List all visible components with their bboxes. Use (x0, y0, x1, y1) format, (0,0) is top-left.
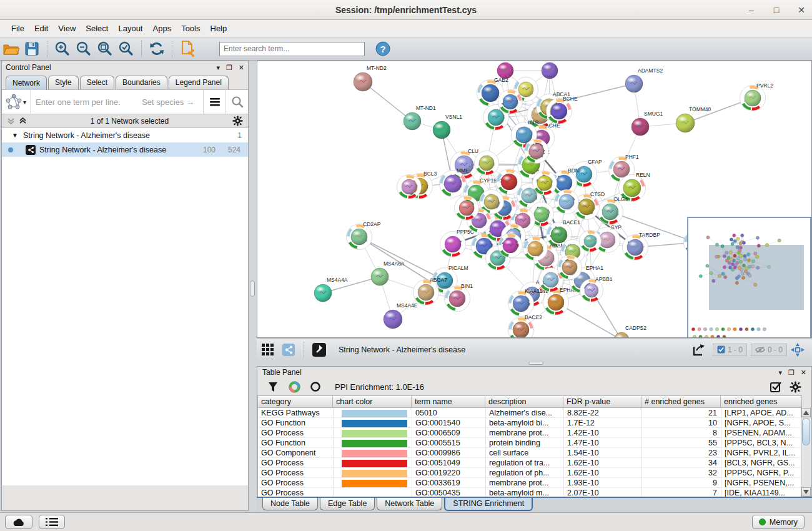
network-node[interactable] (498, 90, 523, 114)
zoom-in-button[interactable] (53, 39, 72, 58)
gear-icon[interactable] (790, 381, 801, 393)
column-header-category[interactable]: category (257, 395, 333, 408)
gear-icon[interactable] (232, 116, 243, 126)
panel-close-icon[interactable]: ✕ (239, 64, 244, 72)
table-row[interactable]: GO ProcessGO:0006509membrane prot...1.42… (258, 428, 811, 438)
network-node[interactable] (455, 196, 479, 221)
network-node-smug1[interactable]: SMUG1 (631, 111, 663, 136)
network-node[interactable] (525, 139, 549, 164)
tab-style[interactable]: Style (48, 76, 79, 89)
network-node[interactable] (533, 171, 557, 196)
tab-network[interactable]: Network (6, 76, 47, 90)
network-node-vsnl1[interactable]: VSNL1 (433, 114, 462, 139)
network-node-mt-nd1[interactable]: MT-ND1 (404, 105, 436, 130)
grid-view-button[interactable] (258, 340, 277, 359)
column-header-enriched-genes[interactable]: enriched genes (721, 395, 802, 408)
memory-button[interactable]: Memory (752, 515, 805, 529)
table-row[interactable]: GO ProcessGO:0051049regulation of tra...… (258, 458, 811, 468)
network-node-bace2[interactable]: BACE2 (508, 314, 543, 337)
save-session-button[interactable] (22, 39, 41, 58)
network-node-clu[interactable]: CLU (450, 148, 479, 179)
string-view-button[interactable] (279, 340, 298, 359)
network-node-ms4a6a[interactable]: MS4A6A (371, 261, 405, 285)
network-node-ms4a4a[interactable]: MS4A4A (314, 277, 348, 302)
maximize-button[interactable]: □ (771, 5, 782, 15)
menu-file[interactable]: File (6, 21, 29, 36)
network-node-tomm40[interactable]: TOMM40 (676, 106, 711, 132)
scroll-down-button[interactable] (801, 487, 811, 497)
network-from-file-button[interactable] (178, 39, 197, 58)
filter-button[interactable] (264, 377, 282, 396)
panel-float-icon[interactable]: ❐ (788, 369, 795, 377)
column-header-term-name[interactable]: term name (412, 395, 485, 408)
network-node[interactable] (580, 231, 602, 252)
tab-edge-table[interactable]: Edge Table (320, 498, 375, 510)
refresh-button[interactable] (147, 39, 166, 58)
network-node-ppp5c[interactable]: PPP5C (440, 229, 474, 257)
network-node-adamts2[interactable]: ADAMTS2 (625, 67, 663, 92)
panel-menu-icon[interactable]: ▾ (778, 369, 782, 377)
tab-select[interactable]: Select (80, 76, 114, 89)
navigate-button[interactable] (788, 340, 807, 359)
menu-layout[interactable]: Layout (113, 21, 147, 36)
string-source-selector[interactable]: ▾ (2, 90, 31, 114)
network-node-pvrl2[interactable]: PVRL2 (740, 82, 774, 111)
network-node-kiaa1149[interactable]: KIAA1149 (508, 288, 548, 317)
select-rows-checkbox-icon[interactable] (770, 381, 782, 393)
column-header-FDR-p-value[interactable]: FDR p-value (563, 395, 641, 408)
network-row[interactable]: String Network - Alzheimer's disease 100… (2, 142, 248, 157)
column-header--enriched-genes[interactable]: # enriched genes (641, 395, 721, 408)
menu-help[interactable]: Help (205, 21, 232, 36)
collapse-all-icon[interactable] (7, 117, 15, 125)
zoom-fit-button[interactable] (96, 39, 114, 58)
network-node[interactable] (397, 175, 422, 199)
task-history-button[interactable] (39, 515, 65, 529)
zoom-selected-button[interactable] (117, 39, 136, 58)
tab-string-enrichment[interactable]: STRING Enrichment (444, 498, 533, 511)
close-button[interactable]: ✕ (796, 5, 807, 15)
network-node[interactable] (475, 151, 499, 176)
export-network-button[interactable] (689, 340, 708, 359)
network-node[interactable] (514, 77, 538, 102)
horizontal-splitter[interactable] (257, 360, 812, 366)
tree-expander-icon[interactable]: ▼ (12, 132, 18, 139)
help-button[interactable]: ? (374, 39, 392, 58)
table-row[interactable]: GO FunctionGO:0001540beta-amyloid bi...1… (258, 418, 811, 428)
table-row[interactable]: GO ProcessGO:0050435beta-amyloid m...2.0… (258, 488, 811, 497)
zoom-out-button[interactable] (74, 39, 93, 58)
network-node-mt-nd2[interactable]: MT-ND2 (354, 65, 387, 91)
scroll-up-button[interactable] (801, 408, 811, 417)
network-node[interactable] (523, 237, 548, 261)
menu-view[interactable]: View (53, 21, 81, 36)
network-node[interactable] (497, 62, 513, 79)
tab-boundaries[interactable]: Boundaries (116, 76, 167, 89)
string-search-button[interactable] (225, 90, 248, 114)
network-node[interactable] (498, 234, 523, 258)
table-row[interactable]: GO ProcessGO:0019220regulation of ph...1… (258, 468, 811, 478)
network-node[interactable] (555, 190, 579, 214)
tab-node-table[interactable]: Node Table (262, 498, 318, 510)
search-input[interactable] (219, 42, 365, 56)
network-node-cadps2[interactable]: CADPS2 (614, 325, 646, 337)
ring-chart-button[interactable] (306, 377, 325, 396)
table-row[interactable]: GO FunctionGO:0005515protein binding1.47… (258, 438, 811, 448)
tab-network-table[interactable]: Network Table (377, 498, 442, 510)
scrollbar-thumb[interactable] (802, 418, 810, 445)
expand-all-icon[interactable] (19, 117, 27, 125)
column-header-chart-color[interactable]: chart color (333, 395, 412, 408)
menu-apps[interactable]: Apps (148, 21, 177, 36)
vertical-splitter[interactable] (249, 61, 257, 511)
splitter-handle[interactable] (528, 362, 543, 365)
menu-edit[interactable]: Edit (29, 21, 53, 36)
string-query-input[interactable]: Enter one term per line. Set species → (31, 97, 203, 107)
panel-float-icon[interactable]: ❐ (226, 64, 232, 72)
table-scrollbar[interactable] (801, 408, 811, 497)
table-row[interactable]: GO ComponentGO:0009986cell surface1.54E-… (258, 448, 811, 458)
set-species-link[interactable]: Set species → (142, 97, 203, 107)
column-header-description[interactable]: description (485, 395, 563, 408)
table-row[interactable]: KEGG Pathways05010Alzheimer's dise...8.8… (258, 408, 811, 418)
string-options-button[interactable] (203, 90, 225, 114)
menu-tools[interactable]: Tools (176, 21, 205, 36)
network-canvas[interactable]: MT-ND2MT-ND1VSNL1GAB2IRS1ADAMTS2SMUG1TOM… (257, 61, 812, 338)
minimize-button[interactable]: – (746, 5, 757, 15)
